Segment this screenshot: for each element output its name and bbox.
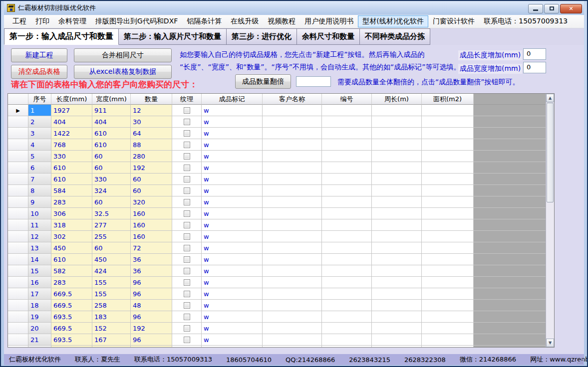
cell-cust[interactable] bbox=[263, 346, 322, 347]
clear-product-table-button[interactable]: 清空成品表格 bbox=[11, 65, 67, 79]
cell-qty[interactable]: 280 bbox=[131, 151, 172, 162]
cell-cust[interactable] bbox=[263, 174, 322, 185]
scroll-up-button[interactable]: ▲ bbox=[546, 94, 554, 102]
cell-no[interactable]: 4 bbox=[28, 139, 51, 151]
cell-tex[interactable] bbox=[172, 139, 202, 151]
cell-qty[interactable]: 48 bbox=[131, 300, 172, 311]
menu-remnant-management[interactable]: 余料管理 bbox=[54, 15, 91, 27]
texture-checkbox[interactable] bbox=[184, 210, 190, 217]
cell-no[interactable] bbox=[28, 346, 51, 347]
texture-checkbox[interactable] bbox=[184, 187, 190, 194]
cell-perim[interactable] bbox=[372, 265, 422, 277]
cell-qty[interactable]: 96 bbox=[131, 288, 172, 300]
cell-perim[interactable] bbox=[372, 323, 422, 334]
cell-area[interactable] bbox=[422, 151, 474, 162]
cell-qty[interactable]: 96 bbox=[131, 311, 172, 323]
cell-perim[interactable] bbox=[372, 346, 422, 347]
cell-code[interactable] bbox=[322, 116, 372, 128]
cell-len[interactable]: 283 bbox=[51, 277, 92, 288]
cell-wid[interactable] bbox=[92, 346, 131, 347]
cell-len[interactable]: 450 bbox=[51, 242, 92, 254]
cell-tex[interactable] bbox=[172, 311, 202, 323]
row-selector[interactable] bbox=[8, 208, 28, 219]
row-selector[interactable] bbox=[8, 300, 28, 311]
cell-cust[interactable] bbox=[263, 277, 322, 288]
cell-mark[interactable]: w bbox=[202, 196, 263, 208]
cell-area[interactable] bbox=[422, 277, 474, 288]
row-selector[interactable] bbox=[8, 231, 28, 242]
cell-tex[interactable] bbox=[172, 151, 202, 162]
texture-checkbox[interactable] bbox=[184, 302, 190, 309]
cell-no[interactable]: 6 bbox=[28, 162, 51, 174]
cell-perim[interactable] bbox=[372, 300, 422, 311]
cell-tex[interactable] bbox=[172, 323, 202, 334]
cell-tex[interactable] bbox=[172, 242, 202, 254]
cell-no[interactable]: 9 bbox=[28, 196, 51, 208]
cell-code[interactable] bbox=[322, 311, 372, 323]
cell-perim[interactable] bbox=[372, 334, 422, 346]
column-header-code[interactable]: 编号 bbox=[322, 94, 372, 105]
cell-perim[interactable] bbox=[372, 288, 422, 300]
cell-code[interactable] bbox=[322, 208, 372, 219]
cell-len[interactable]: 283 bbox=[51, 196, 92, 208]
row-selector[interactable] bbox=[8, 219, 28, 231]
cell-wid[interactable]: 610 bbox=[92, 128, 131, 139]
cell-len[interactable]: 404 bbox=[51, 116, 92, 128]
texture-checkbox[interactable] bbox=[184, 130, 190, 137]
cell-qty[interactable]: 96 bbox=[131, 277, 172, 288]
column-header-perim[interactable]: 周长(m) bbox=[372, 94, 422, 105]
cell-len[interactable] bbox=[51, 346, 92, 347]
cell-perim[interactable] bbox=[372, 208, 422, 219]
cell-tex[interactable] bbox=[172, 116, 202, 128]
maximize-button[interactable] bbox=[544, 4, 559, 13]
cell-mark[interactable]: w bbox=[202, 254, 263, 265]
cell-qty[interactable]: 60 bbox=[131, 185, 172, 196]
cell-area[interactable] bbox=[422, 208, 474, 219]
cell-no[interactable]: 19 bbox=[28, 311, 51, 323]
cell-tex[interactable] bbox=[172, 105, 202, 116]
double-quantity-button[interactable]: 成品数量翻倍 bbox=[235, 74, 291, 89]
texture-checkbox[interactable] bbox=[184, 279, 190, 286]
row-selector[interactable] bbox=[8, 334, 28, 346]
cell-no[interactable]: 14 bbox=[28, 254, 51, 265]
cell-cust[interactable] bbox=[263, 334, 322, 346]
cell-tex[interactable] bbox=[172, 219, 202, 231]
menu-export-gcode-dxf[interactable]: 排版图导出到G代码和DXF bbox=[91, 15, 182, 27]
cell-area[interactable] bbox=[422, 300, 474, 311]
cell-mark[interactable]: w bbox=[202, 208, 263, 219]
cell-area[interactable] bbox=[422, 346, 474, 347]
cell-qty[interactable]: 160 bbox=[131, 208, 172, 219]
cell-code[interactable] bbox=[322, 265, 372, 277]
cell-perim[interactable] bbox=[372, 277, 422, 288]
cell-cust[interactable] bbox=[263, 265, 322, 277]
cell-cust[interactable] bbox=[263, 254, 322, 265]
cell-code[interactable] bbox=[322, 323, 372, 334]
cell-tex[interactable] bbox=[172, 346, 202, 347]
row-selector[interactable] bbox=[8, 288, 28, 300]
texture-checkbox[interactable] bbox=[184, 268, 190, 274]
cell-len[interactable]: 302 bbox=[51, 231, 92, 242]
length-increase-input[interactable]: 0 bbox=[523, 48, 546, 60]
tab-product-sorting[interactable]: 不同种类成品分拣 bbox=[360, 28, 430, 45]
cell-perim[interactable] bbox=[372, 231, 422, 242]
cell-wid[interactable]: 911 bbox=[92, 105, 131, 116]
cell-perim[interactable] bbox=[372, 128, 422, 139]
menu-user-manual[interactable]: 用户使用说明书 bbox=[300, 15, 358, 27]
cell-qty[interactable]: 72 bbox=[131, 242, 172, 254]
cell-perim[interactable] bbox=[372, 219, 422, 231]
cell-wid[interactable]: 183 bbox=[92, 311, 131, 323]
cell-wid[interactable]: 60 bbox=[92, 196, 131, 208]
texture-checkbox[interactable] bbox=[184, 337, 190, 343]
texture-checkbox[interactable] bbox=[184, 142, 190, 148]
cell-len[interactable]: 768 bbox=[51, 139, 92, 151]
cell-mark[interactable] bbox=[202, 346, 263, 347]
cell-area[interactable] bbox=[422, 196, 474, 208]
column-header-qty[interactable]: 数量 bbox=[131, 94, 172, 105]
row-selector[interactable] bbox=[8, 346, 28, 347]
cell-qty[interactable]: 192 bbox=[131, 323, 172, 334]
cell-area[interactable] bbox=[422, 219, 474, 231]
cell-len[interactable]: 610 bbox=[51, 162, 92, 174]
cell-area[interactable] bbox=[422, 231, 474, 242]
cell-qty[interactable]: 36 bbox=[131, 254, 172, 265]
cell-cust[interactable] bbox=[263, 151, 322, 162]
